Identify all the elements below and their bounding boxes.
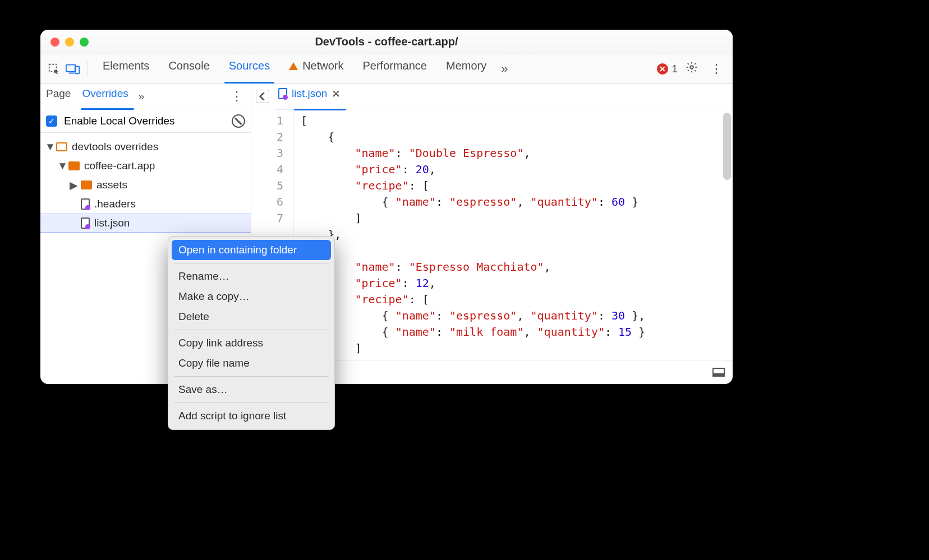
- tree-headers-label: .headers: [94, 198, 136, 210]
- separator: [88, 61, 88, 77]
- tree-host-label: coffee-cart.app: [84, 160, 155, 172]
- tab-memory[interactable]: Memory: [438, 56, 494, 82]
- minimize-window-button[interactable]: [65, 38, 74, 47]
- scrollbar-thumb[interactable]: [723, 113, 731, 180]
- svg-rect-1: [66, 64, 76, 71]
- tab-sources[interactable]: Sources: [221, 56, 278, 82]
- separator: [174, 376, 329, 377]
- editor-file-tab[interactable]: list.json ✕: [275, 84, 346, 109]
- code-lines[interactable]: [ { "name": "Double Espresso", "price": …: [294, 109, 645, 360]
- tree-folder-assets[interactable]: ▶ assets: [40, 175, 251, 195]
- tree-root-label: devtools overrides: [72, 141, 158, 153]
- navigator-tabs: Page Overrides » ⋮: [40, 84, 251, 109]
- tab-network[interactable]: Network: [281, 56, 351, 82]
- enable-overrides-row: ✓ Enable Local Overrides: [40, 109, 251, 133]
- split-pane: Page Overrides » ⋮ ✓ Enable Local Overri…: [40, 84, 733, 384]
- ctx-add-script-to-ignore-list[interactable]: Add script to ignore list: [172, 406, 331, 426]
- ctx-rename[interactable]: Rename…: [172, 266, 331, 286]
- editor-nav-back-icon[interactable]: [256, 90, 269, 103]
- enable-overrides-checkbox[interactable]: ✓: [46, 115, 57, 127]
- tree-root[interactable]: ▼ devtools overrides: [40, 137, 251, 156]
- separator: [174, 330, 329, 330]
- tab-console[interactable]: Console: [160, 56, 217, 82]
- error-count: 1: [672, 63, 678, 75]
- clear-overrides-icon[interactable]: [232, 114, 245, 128]
- close-window-button[interactable]: [50, 38, 59, 47]
- window-title: DevTools - coffee-cart.app/: [40, 35, 733, 48]
- kebab-menu-icon[interactable]: ⋮: [706, 62, 727, 76]
- navigator-more-button[interactable]: »: [139, 90, 145, 103]
- ctx-copy-link-address[interactable]: Copy link address: [172, 333, 331, 353]
- folder-icon: [56, 142, 67, 151]
- editor-tabbar: list.json ✕: [251, 84, 733, 109]
- settings-gear-icon[interactable]: [681, 61, 702, 77]
- ctx-open-in-containing-folder[interactable]: Open in containing folder: [172, 240, 331, 260]
- navigator-menu-icon[interactable]: ⋮: [227, 89, 246, 104]
- enable-overrides-label: Enable Local Overrides: [64, 115, 175, 127]
- editor-file-tab-label: list.json: [292, 87, 327, 100]
- ctx-delete[interactable]: Delete: [172, 307, 331, 327]
- svg-point-3: [690, 66, 693, 69]
- separator: [174, 402, 329, 403]
- tab-elements[interactable]: Elements: [95, 56, 157, 82]
- navigator-tab-page[interactable]: Page: [45, 84, 76, 108]
- tab-performance[interactable]: Performance: [355, 56, 435, 82]
- file-icon: [278, 88, 287, 99]
- zoom-window-button[interactable]: [80, 38, 89, 47]
- more-tabs-button[interactable]: »: [498, 62, 511, 76]
- context-menu: Open in containing folder Rename… Make a…: [168, 236, 335, 430]
- tree-list-label: list.json: [94, 217, 130, 229]
- tree-host[interactable]: ▼ coffee-cart.app: [40, 156, 251, 175]
- inspect-element-icon[interactable]: [46, 63, 62, 75]
- folder-icon: [68, 161, 80, 170]
- main-toolbar: Elements Console Sources Network Perform…: [40, 54, 733, 84]
- window-controls: [50, 38, 89, 47]
- separator: [174, 263, 329, 263]
- error-icon: ✕: [657, 63, 668, 75]
- file-icon: [81, 198, 90, 210]
- ctx-make-a-copy[interactable]: Make a copy…: [172, 286, 331, 307]
- file-icon: [81, 217, 90, 229]
- navigator-tab-overrides[interactable]: Overrides: [81, 84, 134, 108]
- devtools-window: DevTools - coffee-cart.app/ Elements Con…: [40, 30, 733, 384]
- device-toolbar-icon[interactable]: [65, 63, 81, 75]
- close-tab-icon[interactable]: ✕: [332, 87, 341, 100]
- error-badge[interactable]: ✕ 1: [657, 63, 678, 75]
- ctx-save-as[interactable]: Save as…: [172, 379, 331, 400]
- toggle-drawer-icon[interactable]: [712, 368, 725, 377]
- tree-assets-label: assets: [96, 179, 127, 191]
- ctx-copy-file-name[interactable]: Copy file name: [172, 353, 331, 373]
- tree-file-list[interactable]: list.json: [40, 214, 251, 233]
- tree-file-headers[interactable]: .headers: [40, 195, 251, 214]
- folder-icon: [81, 181, 92, 189]
- titlebar: DevTools - coffee-cart.app/: [40, 30, 733, 54]
